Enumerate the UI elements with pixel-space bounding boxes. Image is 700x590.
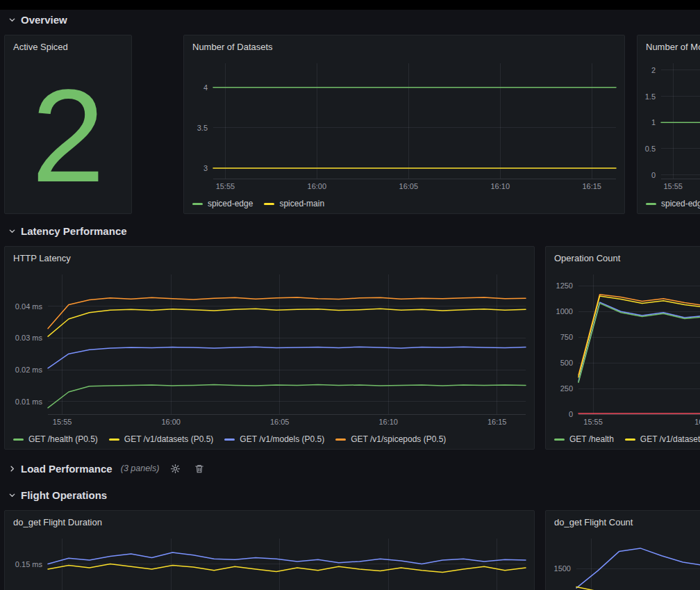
legend-series-label: GET /v1/models (P0.5): [240, 434, 324, 444]
svg-text:16:00: 16:00: [161, 418, 181, 426]
panel-do-get-flight-count: do_get Flight Count 150015:5516:0016:051…: [545, 510, 700, 590]
legend-series-color: [625, 439, 635, 441]
svg-text:15:55: 15:55: [53, 418, 72, 426]
svg-text:1: 1: [651, 118, 656, 126]
panel-http-latency: HTTP Latency 0.04 ms0.03 ms0.02 ms0.01 m…: [4, 246, 535, 450]
chart-legend-number-of-models: spiced-edge: [638, 194, 700, 213]
section-header-flight-operations[interactable]: Flight Operations: [8, 486, 107, 503]
chart-legend-operation-count: GET /healthGET /v1/datasets: [546, 429, 700, 449]
chevron-right-icon: [8, 465, 16, 473]
legend-series-color: [646, 203, 656, 205]
panel-title-flight-count[interactable]: do_get Flight Count: [546, 511, 700, 533]
section-header-load-performance[interactable]: Load Performance (3 panels): [8, 460, 204, 477]
legend-series-color: [13, 439, 24, 441]
chart-legend-number-of-datasets: spiced-edgespiced-main: [184, 194, 624, 213]
svg-text:2: 2: [651, 66, 656, 74]
panel-do-get-flight-duration: do_get Flight Duration 0.15 ms15:5516:00…: [4, 510, 535, 590]
svg-text:0: 0: [651, 171, 656, 179]
svg-text:750: 750: [560, 333, 573, 341]
svg-text:3.5: 3.5: [197, 124, 208, 132]
legend-item[interactable]: spiced-edge: [646, 199, 700, 208]
chevron-down-icon: [8, 491, 16, 499]
legend-series-color: [224, 439, 235, 441]
svg-text:500: 500: [560, 359, 573, 367]
legend-series-label: GET /v1/spicepods (P0.5): [351, 434, 446, 444]
svg-text:1250: 1250: [556, 281, 573, 290]
section-title-load-performance: Load Performance: [21, 463, 112, 475]
legend-item[interactable]: GET /health (P0.5): [13, 434, 98, 444]
panel-active-spiced: Active Spiced 2: [4, 35, 132, 214]
chevron-down-icon: [8, 227, 16, 235]
section-title-latency-performance: Latency Performance: [21, 225, 127, 237]
svg-text:16:00: 16:00: [308, 182, 327, 190]
legend-series-label: spiced-edge: [661, 199, 700, 208]
legend-series-label: spiced-edge: [208, 199, 253, 208]
legend-item[interactable]: spiced-main: [264, 199, 324, 208]
svg-text:15:55: 15:55: [583, 418, 603, 426]
legend-item[interactable]: GET /v1/datasets (P0.5): [109, 434, 214, 444]
svg-text:0.02 ms: 0.02 ms: [15, 366, 43, 374]
panel-title-active-spiced[interactable]: Active Spiced: [5, 35, 131, 58]
top-black-bar: [0, 0, 700, 10]
legend-item[interactable]: GET /health: [554, 434, 614, 444]
chart-canvas-flight-count[interactable]: 150015:5516:0016:0516:1016:15: [546, 533, 700, 590]
legend-series-color: [109, 439, 119, 441]
svg-text:16:10: 16:10: [378, 418, 398, 426]
chart-canvas-number-of-models[interactable]: 21.510.5015:5516:0016:0516:1016:15: [638, 58, 700, 194]
grafana-dashboard: Overview Active Spiced 2 Number of Datas…: [0, 0, 700, 590]
panel-title-number-of-datasets[interactable]: Number of Datasets: [184, 35, 624, 58]
chart-canvas-http-latency[interactable]: 0.04 ms0.03 ms0.02 ms0.01 ms15:5516:0016…: [5, 269, 534, 429]
legend-series-label: GET /v1/datasets (P0.5): [124, 434, 214, 444]
svg-text:1000: 1000: [556, 307, 573, 316]
svg-text:0.5: 0.5: [645, 145, 656, 153]
panel-title-http-latency[interactable]: HTTP Latency: [5, 247, 534, 269]
panel-number-of-datasets: Number of Datasets 43.5315:5516:0016:051…: [183, 35, 625, 214]
section-title-flight-operations: Flight Operations: [21, 489, 107, 501]
row-delete-button[interactable]: [194, 464, 204, 474]
legend-item[interactable]: GET /v1/datasets: [625, 434, 700, 444]
svg-text:4: 4: [203, 83, 208, 92]
svg-text:16:00: 16:00: [694, 418, 700, 426]
row-settings-button[interactable]: [170, 464, 181, 474]
legend-item[interactable]: GET /v1/models (P0.5): [224, 434, 324, 444]
chart-canvas-operation-count[interactable]: 12501000750500250015:5516:0016:0516:1016…: [546, 269, 700, 429]
legend-series-label: spiced-main: [279, 199, 324, 208]
stat-value: 2: [5, 58, 131, 213]
svg-text:16:15: 16:15: [488, 418, 507, 426]
legend-series-color: [335, 439, 346, 441]
svg-text:1.5: 1.5: [645, 92, 656, 101]
svg-text:16:15: 16:15: [582, 182, 601, 190]
legend-series-color: [264, 203, 274, 205]
legend-series-color: [192, 203, 203, 205]
panel-title-operation-count[interactable]: Operation Count: [546, 247, 700, 269]
chevron-down-icon: [8, 16, 16, 24]
legend-series-color: [554, 439, 565, 441]
svg-text:15:55: 15:55: [663, 182, 683, 190]
svg-text:0: 0: [569, 410, 573, 418]
svg-text:16:05: 16:05: [270, 418, 290, 426]
chart-canvas-flight-duration[interactable]: 0.15 ms15:5516:0016:0516:1016:15: [5, 533, 534, 590]
legend-item[interactable]: GET /v1/spicepods (P0.5): [335, 434, 446, 444]
legend-series-label: GET /health: [569, 434, 614, 444]
svg-text:16:05: 16:05: [399, 182, 419, 190]
svg-text:250: 250: [560, 384, 573, 393]
svg-text:0.01 ms: 0.01 ms: [15, 398, 43, 406]
legend-item[interactable]: spiced-edge: [192, 199, 253, 208]
section-header-overview[interactable]: Overview: [8, 11, 67, 28]
svg-text:16:10: 16:10: [490, 182, 510, 190]
section-title-overview: Overview: [21, 14, 67, 26]
legend-series-label: GET /v1/datasets: [640, 434, 700, 444]
panel-operation-count: Operation Count 12501000750500250015:551…: [545, 246, 700, 450]
svg-text:15:55: 15:55: [216, 182, 235, 190]
section-header-latency-performance[interactable]: Latency Performance: [8, 222, 127, 239]
panel-number-of-models: Number of Models 21.510.5015:5516:0016:0…: [637, 35, 700, 214]
chart-legend-http-latency: GET /health (P0.5)GET /v1/datasets (P0.5…: [5, 429, 534, 449]
legend-series-label: GET /health (P0.5): [28, 434, 98, 444]
chart-canvas-number-of-datasets[interactable]: 43.5315:5516:0016:0516:1016:15: [184, 58, 624, 194]
svg-text:0.04 ms: 0.04 ms: [15, 302, 43, 311]
svg-text:0.03 ms: 0.03 ms: [15, 334, 43, 342]
panel-title-flight-duration[interactable]: do_get Flight Duration: [5, 511, 534, 533]
section-panel-count: (3 panels): [121, 464, 160, 473]
panel-title-number-of-models[interactable]: Number of Models: [638, 35, 700, 58]
svg-text:1500: 1500: [554, 564, 571, 573]
